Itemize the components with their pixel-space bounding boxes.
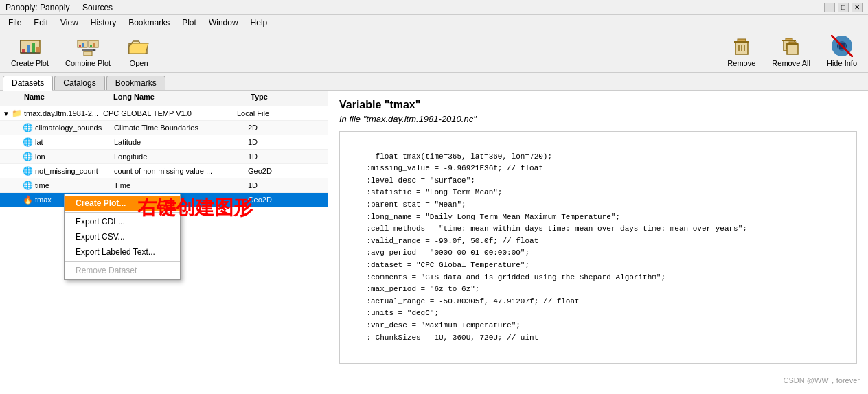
create-plot-icon — [19, 35, 41, 57]
row-longname: Latitude — [114, 138, 248, 146]
row-longname: CPC GLOBAL TEMP V1.0 — [103, 109, 237, 117]
ctx-export-cdl[interactable]: Export CDL... — [65, 214, 180, 229]
ctx-export-csv[interactable]: Export CSV... — [65, 229, 180, 244]
open-icon — [128, 35, 150, 57]
combine-plot-icon — [77, 35, 99, 57]
hide-info-label: Hide Info — [827, 59, 857, 67]
title-bar: Panoply: Panoply — Sources — □ ✕ — [0, 0, 868, 15]
row-type: Geo2D — [248, 167, 310, 175]
table-row[interactable]: 🌐 lon Longitude 1D — [0, 150, 328, 164]
remove-all-button[interactable]: Remove All — [766, 32, 816, 70]
expand-icon: ▼ — [3, 110, 11, 117]
ctx-create-plot[interactable]: Create Plot... — [65, 196, 180, 211]
menu-edit[interactable]: Edit — [28, 16, 54, 29]
svg-rect-9 — [82, 43, 84, 47]
hide-info-icon — [831, 35, 853, 57]
svg-marker-14 — [93, 49, 96, 51]
menu-view[interactable]: View — [55, 16, 84, 29]
table-row[interactable]: ▼ 📁 tmax.day.ltm.1981-2... CPC GLOBAL TE… — [0, 106, 328, 121]
icon-col — [11, 93, 22, 104]
globe-icon: 🌐 — [22, 165, 33, 176]
ctx-separator2 — [65, 261, 180, 262]
svg-rect-11 — [90, 45, 92, 47]
menu-plot[interactable]: Plot — [176, 16, 202, 29]
table-row[interactable]: 🌐 not_missing_count count of non-missing… — [0, 164, 328, 178]
row-longname: Climate Time Boundaries — [114, 124, 248, 132]
svg-rect-15 — [84, 51, 92, 56]
globe-icon: 🌐 — [22, 151, 33, 162]
create-plot-label: Create Plot — [11, 59, 49, 67]
menu-window[interactable]: Window — [203, 16, 244, 29]
svg-rect-29 — [787, 44, 798, 54]
row-type: 2D — [248, 124, 310, 132]
main-content: Name Long Name Type ▼ 📁 tmax.day.ltm.198… — [0, 91, 868, 394]
col-longname: Long Name — [113, 93, 251, 104]
table-row[interactable]: 🌐 lat Latitude 1D — [0, 135, 328, 150]
open-button[interactable]: Open — [122, 32, 156, 70]
row-type: 1D — [248, 152, 310, 161]
menu-file[interactable]: File — [3, 16, 27, 29]
col-type: Type — [251, 93, 319, 104]
row-type: Geo2D — [248, 196, 310, 204]
row-name: lat — [35, 138, 114, 146]
ctx-remove-dataset: Remove Dataset — [65, 263, 180, 278]
tab-catalogs[interactable]: Catalogs — [54, 76, 104, 90]
ctx-export-labeled[interactable]: Export Labeled Text... — [65, 244, 180, 259]
table-row[interactable]: 🌐 climatology_bounds Climate Time Bounda… — [0, 121, 328, 135]
svg-rect-4 — [36, 47, 40, 53]
table-header: Name Long Name Type — [0, 91, 328, 106]
hide-info-button[interactable]: Hide Info — [821, 32, 863, 70]
svg-rect-3 — [32, 43, 35, 53]
orange-icon: 🔥 — [22, 194, 33, 205]
tab-bar: Datasets Catalogs Bookmarks — [0, 73, 868, 91]
menu-help[interactable]: Help — [245, 16, 273, 29]
create-plot-button[interactable]: Create Plot — [5, 32, 54, 70]
table-row[interactable]: 🌐 time Time 1D — [0, 178, 328, 193]
globe-icon: 🌐 — [22, 137, 33, 148]
globe-icon: 🌐 — [22, 122, 33, 133]
row-name: not_missing_count — [35, 167, 114, 175]
col-name: Name — [24, 93, 113, 104]
expand-col — [3, 93, 11, 104]
toolbar: Create Plot Combine Plot — [0, 30, 868, 73]
remove-icon — [731, 35, 753, 57]
menu-bar: File Edit View History Bookmarks Plot Wi… — [0, 15, 868, 30]
title-bar-controls: — □ ✕ — [824, 3, 863, 12]
row-name: time — [35, 181, 114, 189]
maximize-button[interactable]: □ — [838, 3, 849, 12]
title-bar-title: Panoply: Panoply — Sources — [5, 3, 113, 12]
combine-plot-label: Combine Plot — [65, 59, 111, 67]
row-name: climatology_bounds — [35, 124, 114, 132]
info-code: float tmax(time=365, lat=360, lon=720); … — [348, 152, 747, 342]
svg-rect-12 — [93, 43, 95, 47]
info-subtitle: In file "tmax.day.ltm.1981-2010.nc" — [339, 114, 857, 124]
open-label: Open — [130, 59, 148, 67]
row-type: Local File — [237, 109, 299, 117]
left-panel: Name Long Name Type ▼ 📁 tmax.day.ltm.198… — [0, 91, 328, 394]
tab-datasets[interactable]: Datasets — [3, 76, 53, 91]
close-button[interactable]: ✕ — [852, 3, 863, 12]
context-menu: Create Plot... Export CDL... Export CSV.… — [64, 194, 181, 280]
globe-icon: 🌐 — [22, 180, 33, 191]
menu-bookmarks[interactable]: Bookmarks — [123, 16, 175, 29]
ctx-separator — [65, 212, 180, 213]
remove-button[interactable]: Remove — [722, 32, 761, 70]
row-type: 1D — [248, 138, 310, 146]
right-panel: Variable "tmax" In file "tmax.day.ltm.19… — [328, 91, 868, 394]
row-longname: Time — [114, 181, 248, 189]
menu-history[interactable]: History — [85, 16, 122, 29]
row-name: tmax.day.ltm.1981-2... — [24, 109, 103, 117]
row-longname: Longitude — [114, 152, 248, 161]
remove-all-label: Remove All — [772, 59, 810, 67]
row-longname: count of non-missing value ... — [114, 167, 248, 175]
tab-bookmarks[interactable]: Bookmarks — [106, 76, 165, 90]
svg-rect-8 — [79, 45, 81, 47]
row-name: lon — [35, 152, 114, 161]
row-type: 1D — [248, 181, 310, 189]
watermark: CSDN @WW，forever — [784, 375, 860, 386]
combine-plot-button[interactable]: Combine Plot — [60, 32, 116, 70]
folder-icon: 📁 — [11, 108, 22, 119]
remove-label: Remove — [727, 59, 755, 67]
remove-all-icon — [780, 35, 802, 57]
minimize-button[interactable]: — — [824, 3, 835, 12]
